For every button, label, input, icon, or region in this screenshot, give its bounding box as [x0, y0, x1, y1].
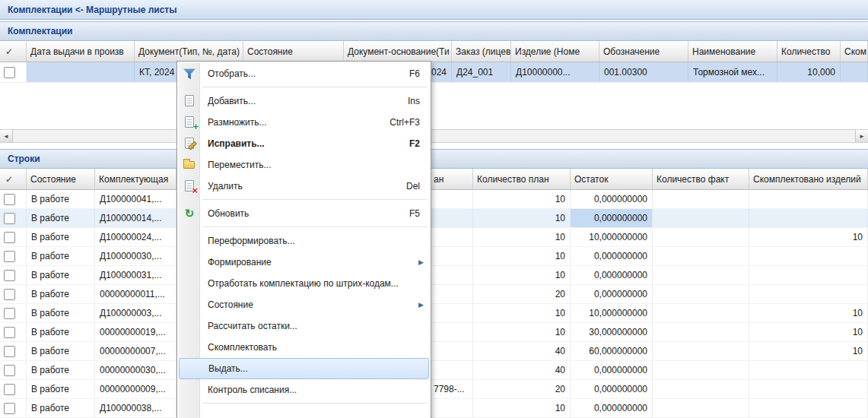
cell-plan_qty[interactable]: 10: [473, 266, 571, 284]
menu-item-move[interactable]: Переместить...: [179, 154, 429, 176]
table-row[interactable]: В работеД100000031,...100,000000000: [0, 266, 868, 285]
cell-component[interactable]: Д100000024,...: [95, 228, 176, 246]
cell-state[interactable]: В работе: [27, 285, 95, 303]
cell-assembled[interactable]: [841, 62, 868, 82]
cell-rest[interactable]: 0,000000000: [571, 285, 653, 303]
cell-assembled_qty[interactable]: [749, 380, 868, 398]
cell-rest[interactable]: 0,000000000: [571, 266, 653, 284]
row-checkbox[interactable]: [4, 384, 15, 395]
row-checkbox[interactable]: [4, 270, 15, 281]
cell-state[interactable]: В работе: [27, 399, 95, 417]
horizontal-scrollbar[interactable]: ◄ ►: [0, 129, 868, 143]
cell-state[interactable]: В работе: [27, 266, 95, 284]
cell-plan_qty[interactable]: 10: [473, 304, 571, 322]
cell-rest[interactable]: 10,000000000: [571, 304, 653, 322]
menu-item-assemble[interactable]: Скомплектовать: [179, 337, 429, 358]
menu-item-delete[interactable]: УдалитьDel: [179, 176, 429, 197]
cell-plan_qty[interactable]: 20: [473, 380, 571, 398]
cell-fact_qty[interactable]: [653, 209, 749, 227]
cell-rest[interactable]: 60,000000000: [571, 342, 653, 360]
cell-plan_qty[interactable]: 40: [473, 342, 571, 360]
cell-state[interactable]: В работе: [27, 304, 95, 322]
column-header[interactable]: Состояние: [27, 169, 95, 189]
cell-plan_qty[interactable]: 10: [473, 228, 571, 246]
table-row[interactable]: В работеД100000030,...100,000000000: [0, 247, 868, 266]
cell-fact_qty[interactable]: [653, 323, 749, 341]
cell-fact_qty[interactable]: [653, 399, 749, 417]
cell-component[interactable]: Д100000030,...: [95, 247, 176, 265]
column-header[interactable]: Наименование: [688, 41, 777, 62]
cell-fact_qty[interactable]: [653, 266, 749, 284]
table-row[interactable]: В работе00000000009,...7798-...200,00000…: [0, 380, 868, 399]
table-row[interactable]: В работе00000000019,...1030,00000000010: [0, 323, 868, 342]
cell-component[interactable]: 00000000030,...: [95, 361, 176, 379]
menu-item-edit[interactable]: Исправить...F2: [179, 133, 429, 154]
menu-item-formation[interactable]: Формирование▶: [179, 252, 429, 273]
cell-component[interactable]: 00000000007,...: [95, 342, 176, 360]
cell-assembled_qty[interactable]: 10: [749, 228, 868, 246]
cell-state[interactable]: В работе: [27, 209, 95, 227]
cell-state[interactable]: В работе: [27, 247, 95, 265]
cell-assembled_qty[interactable]: 10: [749, 304, 868, 322]
cell-component[interactable]: Д100000031,...: [95, 266, 176, 284]
cell-state[interactable]: В работе: [27, 342, 95, 360]
column-header[interactable]: Документ(Тип, №, дата): [135, 41, 243, 62]
scroll-left-button[interactable]: ◄: [0, 130, 13, 142]
cell-assembled_qty[interactable]: [749, 399, 868, 417]
column-header[interactable]: Количество факт: [653, 169, 749, 189]
cell-assembled_qty[interactable]: 10: [749, 323, 868, 341]
table-row[interactable]: В работе00000000007,...4060,00000000010: [0, 342, 868, 361]
menu-item-add[interactable]: Добавить...Ins: [179, 90, 429, 112]
cell-plan_qty[interactable]: 10: [473, 399, 571, 417]
cell-fact_qty[interactable]: [653, 285, 749, 303]
menu-item-calculate-remainders[interactable]: Рассчитать остатки...: [179, 315, 429, 337]
cell-rest[interactable]: 0,000000000: [571, 209, 653, 227]
row-checkbox[interactable]: [4, 365, 15, 376]
cell-component[interactable]: 00000000011,...: [95, 285, 176, 303]
column-header[interactable]: Остаток: [571, 169, 653, 189]
column-header[interactable]: Ском: [841, 41, 868, 62]
cell-component[interactable]: 00000000009,...: [95, 380, 176, 398]
cell-rest[interactable]: 0,000000000: [571, 190, 653, 208]
cell-assembled_qty[interactable]: [749, 247, 868, 265]
cell-assembled_qty[interactable]: 10: [749, 342, 868, 360]
column-header[interactable]: Дата выдачи в произв: [27, 41, 135, 62]
table-row[interactable]: В работеД100000041,...100,000000000: [0, 190, 868, 209]
scroll-right-button[interactable]: ►: [855, 130, 868, 142]
table-row[interactable]: В работеД100000038,...100,000000000: [0, 399, 868, 418]
cell-rest[interactable]: 10,000000000: [571, 228, 653, 246]
table-row[interactable]: В работе00000000030,...400,000000000: [0, 361, 868, 380]
cell-assembled_qty[interactable]: [749, 209, 868, 227]
table-row[interactable]: В работеД100000014,...100,000000000: [0, 209, 868, 228]
cell-rest[interactable]: 0,000000000: [571, 380, 653, 398]
cell-order[interactable]: Д24_001: [452, 62, 511, 82]
table-row[interactable]: КТ, 2024024Д24_001Д10000000...001.00300Т…: [0, 62, 868, 83]
menu-item-duplicate[interactable]: Размножить...Ctrl+F3: [179, 112, 429, 133]
cell-component[interactable]: Д100000041,...: [95, 190, 176, 208]
column-header[interactable]: Обозначение: [599, 41, 688, 62]
menu-item-state[interactable]: Состояние▶: [179, 294, 429, 315]
menu-item-write-off-control[interactable]: Контроль списания...: [179, 379, 429, 401]
cell-fact_qty[interactable]: [653, 380, 749, 398]
cell-name[interactable]: Тормозной мех...: [688, 62, 777, 82]
cell-fact_qty[interactable]: [653, 304, 749, 322]
cell-fact_qty[interactable]: [653, 247, 749, 265]
cell-plan_qty[interactable]: 10: [473, 190, 571, 208]
cell-rest[interactable]: 0,000000000: [571, 399, 653, 417]
row-checkbox[interactable]: [4, 327, 15, 338]
cell-assembled_qty[interactable]: [749, 361, 868, 379]
cell-component[interactable]: Д100000003,...: [95, 304, 176, 322]
cell-fact_qty[interactable]: [653, 361, 749, 379]
cell-date_issued[interactable]: [27, 62, 135, 82]
row-checkbox[interactable]: [4, 289, 15, 300]
cell-rest[interactable]: 0,000000000: [571, 361, 653, 379]
cell-fact_qty[interactable]: [653, 342, 749, 360]
column-header[interactable]: Изделие (Номе: [511, 41, 599, 62]
cell-assembled_qty[interactable]: [749, 285, 868, 303]
cell-component[interactable]: 00000000019,...: [95, 323, 176, 341]
row-checkbox[interactable]: [4, 232, 15, 243]
cell-state[interactable]: В работе: [27, 228, 95, 246]
column-header[interactable]: Комплектующая: [95, 169, 176, 189]
select-all-header[interactable]: ✓: [0, 41, 27, 62]
cell-rest[interactable]: 30,000000000: [571, 323, 653, 341]
